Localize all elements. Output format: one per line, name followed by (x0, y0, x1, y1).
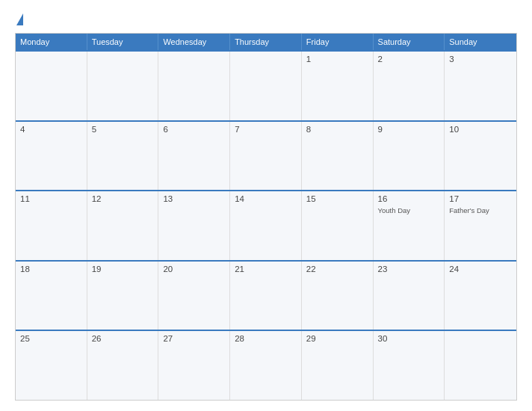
calendar-cell (158, 52, 230, 120)
day-number: 9 (378, 125, 440, 134)
day-number: 18 (20, 265, 82, 274)
calendar-cell: 19 (87, 262, 159, 330)
calendar-cell: 9 (374, 122, 445, 191)
calendar-cell: 17Father's Day (445, 191, 516, 260)
calendar-cell: 16Youth Day (374, 191, 445, 260)
day-number: 25 (20, 334, 82, 343)
day-number: 19 (92, 265, 154, 274)
calendar-cell: 5 (87, 122, 159, 191)
logo-triangle-icon (16, 13, 23, 25)
calendar-cell: 4 (16, 122, 87, 191)
event-label: Father's Day (449, 206, 512, 215)
calendar-cell: 7 (230, 122, 302, 191)
weekday-header-tuesday: Tuesday (87, 34, 159, 50)
calendar-page: MondayTuesdayWednesdayThursdayFridaySatu… (0, 0, 532, 411)
calendar-grid: MondayTuesdayWednesdayThursdayFridaySatu… (15, 33, 517, 401)
page-header (15, 13, 517, 27)
day-number: 12 (92, 194, 154, 203)
calendar-cell: 29 (302, 331, 374, 400)
calendar-week-1: 123 (16, 50, 516, 120)
weekday-header-monday: Monday (16, 34, 87, 50)
calendar-cell (87, 52, 159, 120)
weekday-header-thursday: Thursday (230, 34, 302, 50)
day-number: 30 (378, 334, 440, 343)
calendar-cell: 6 (158, 122, 230, 191)
calendar-cell: 3 (445, 52, 516, 120)
day-number: 22 (306, 265, 368, 274)
day-number: 3 (449, 55, 512, 64)
calendar-cell: 20 (158, 262, 230, 330)
calendar-cell: 2 (374, 52, 445, 120)
calendar-cell: 1 (302, 52, 374, 120)
calendar-week-5: 252627282930 (16, 330, 516, 400)
weekday-header-sunday: Sunday (445, 34, 516, 50)
calendar-cell: 14 (230, 191, 302, 260)
calendar-cell (16, 52, 87, 120)
weekday-header-saturday: Saturday (374, 34, 445, 50)
calendar-header: MondayTuesdayWednesdayThursdayFridaySatu… (16, 34, 516, 50)
day-number: 16 (378, 194, 440, 203)
calendar-week-4: 18192021222324 (16, 260, 516, 330)
calendar-cell: 21 (230, 262, 302, 330)
day-number: 10 (449, 125, 512, 134)
calendar-cell: 10 (445, 122, 516, 191)
day-number: 13 (163, 194, 225, 203)
day-number: 23 (378, 265, 440, 274)
day-number: 28 (235, 334, 297, 343)
day-number: 27 (163, 334, 225, 343)
calendar-cell: 23 (374, 262, 445, 330)
calendar-cell: 27 (158, 331, 230, 400)
calendar-cell: 11 (16, 191, 87, 260)
day-number: 26 (92, 334, 154, 343)
logo (15, 13, 23, 27)
day-number: 15 (306, 194, 368, 203)
calendar-cell (230, 52, 302, 120)
calendar-cell: 28 (230, 331, 302, 400)
calendar-cell: 15 (302, 191, 374, 260)
calendar-cell (445, 331, 516, 400)
day-number: 5 (92, 125, 154, 134)
day-number: 4 (20, 125, 82, 134)
calendar-week-2: 45678910 (16, 120, 516, 191)
calendar-cell: 18 (16, 262, 87, 330)
calendar-week-3: 111213141516Youth Day17Father's Day (16, 190, 516, 260)
calendar-cell: 8 (302, 122, 374, 191)
calendar-cell: 30 (374, 331, 445, 400)
day-number: 24 (449, 265, 512, 274)
day-number: 21 (235, 265, 297, 274)
day-number: 1 (306, 55, 368, 64)
day-number: 8 (306, 125, 368, 134)
day-number: 29 (306, 334, 368, 343)
calendar-cell: 26 (87, 331, 159, 400)
event-label: Youth Day (378, 206, 440, 215)
day-number: 2 (378, 55, 440, 64)
day-number: 14 (235, 194, 297, 203)
day-number: 20 (163, 265, 225, 274)
calendar-cell: 12 (87, 191, 159, 260)
calendar-cell: 24 (445, 262, 516, 330)
day-number: 6 (163, 125, 225, 134)
day-number: 11 (20, 194, 82, 203)
calendar-cell: 25 (16, 331, 87, 400)
weekday-header-wednesday: Wednesday (158, 34, 230, 50)
calendar-body: 12345678910111213141516Youth Day17Father… (16, 50, 516, 400)
day-number: 17 (449, 194, 512, 203)
day-number: 7 (235, 125, 297, 134)
weekday-header-friday: Friday (302, 34, 374, 50)
calendar-cell: 22 (302, 262, 374, 330)
calendar-cell: 13 (158, 191, 230, 260)
